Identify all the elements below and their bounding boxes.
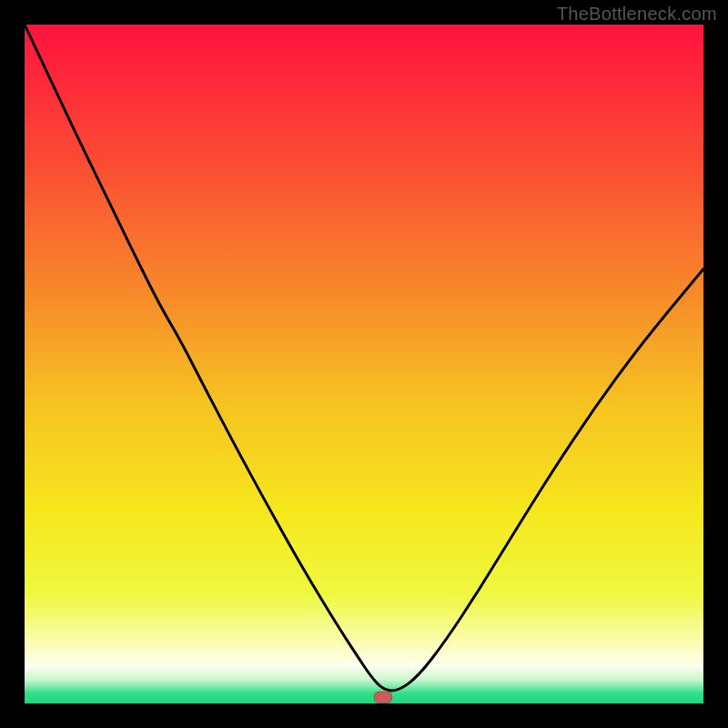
gradient-background [25, 25, 703, 703]
chart-frame: TheBottleneck.com [0, 0, 728, 728]
optimum-marker [374, 692, 391, 703]
plot-area [25, 25, 703, 703]
watermark-label: TheBottleneck.com [557, 4, 717, 25]
chart-svg [25, 25, 703, 703]
